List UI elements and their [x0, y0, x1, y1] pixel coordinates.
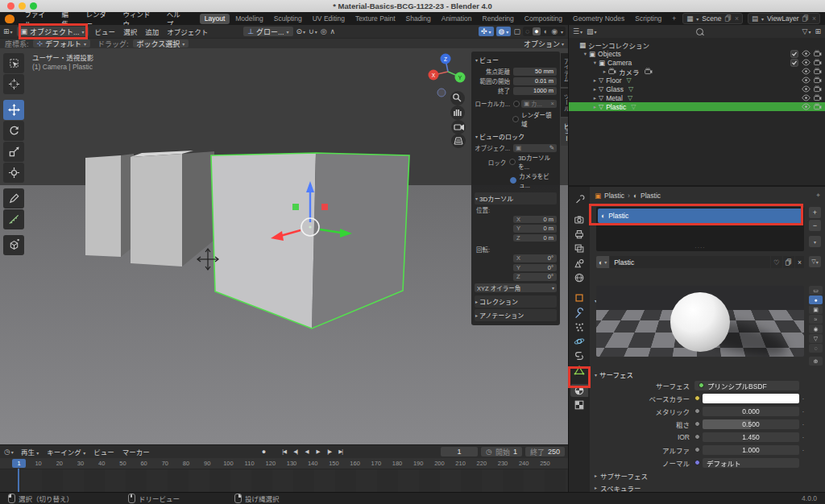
- select-box-tool[interactable]: [3, 53, 24, 73]
- eye-icon[interactable]: [802, 85, 810, 93]
- properties-tab-physics[interactable]: [570, 335, 588, 348]
- properties-tab-texture[interactable]: [570, 399, 588, 411]
- slider-IOR[interactable]: 1.450: [703, 432, 799, 442]
- auto-key-record-button[interactable]: ●: [262, 448, 266, 456]
- move-tool[interactable]: [3, 100, 24, 120]
- material-slot-row[interactable]: ◐ Plastic: [598, 209, 802, 223]
- transform-tool[interactable]: [3, 163, 24, 183]
- new-collection-button[interactable]: ⊞: [815, 27, 821, 35]
- eye-icon[interactable]: [802, 68, 810, 75]
- frame-start-field[interactable]: ◷開始1: [481, 447, 522, 456]
- view-lock-subheader[interactable]: ▾ビューのロック: [475, 130, 557, 143]
- local-camera-field[interactable]: ▣カ...×: [521, 100, 557, 108]
- slot-specials-dropdown[interactable]: ▾: [809, 236, 821, 247]
- preview-shape-flat[interactable]: ▭: [809, 286, 823, 295]
- current-frame-field[interactable]: 1: [441, 447, 478, 456]
- editor-divider[interactable]: [568, 25, 569, 492]
- value-socket[interactable]: [694, 408, 700, 414]
- camera-render-icon[interactable]: [814, 76, 822, 84]
- workspace-tab[interactable]: Shading: [401, 14, 436, 24]
- camera-render-icon[interactable]: [814, 68, 822, 75]
- workspace-tab[interactable]: UV Editing: [308, 14, 350, 24]
- cursor-section-header[interactable]: ▾3Dカーソル: [475, 192, 557, 204]
- jump-to-end-button[interactable]: ▶|: [335, 447, 346, 456]
- annotate-tool[interactable]: [3, 188, 24, 209]
- solid-shading-button[interactable]: ●: [533, 27, 540, 35]
- playhead[interactable]: 1: [12, 459, 26, 468]
- measure-tool[interactable]: [3, 209, 24, 229]
- keyframe-dot[interactable]: ·: [799, 407, 807, 415]
- cursor-location-Z[interactable]: Z0 m: [513, 234, 557, 242]
- preview-shape-sphere[interactable]: ●: [809, 295, 823, 304]
- xray-toggle[interactable]: ▢: [513, 27, 520, 35]
- properties-tab-modifiers[interactable]: [570, 306, 588, 319]
- slider-メタリック[interactable]: 0.000: [703, 407, 799, 416]
- view-layer-selector[interactable]: ▤▾ ViewLayer 🗍 ×: [748, 13, 820, 24]
- new-scene-icon[interactable]: 🗍: [724, 14, 732, 23]
- workspace-tab[interactable]: Layout: [200, 14, 230, 24]
- scale-tool[interactable]: [3, 142, 24, 162]
- editor-type-dropdown[interactable]: ⊞▾: [3, 27, 13, 35]
- field-value[interactable]: 1000 m: [513, 87, 557, 95]
- breadcrumb-object[interactable]: Plastic: [604, 192, 624, 200]
- properties-tab-view-layer[interactable]: [570, 242, 588, 255]
- eye-icon[interactable]: [802, 50, 810, 57]
- rotation-mode-dropdown[interactable]: XYZ オイラー角▾: [475, 283, 557, 292]
- disclosure-icon[interactable]: ▸: [591, 77, 599, 84]
- 3d-viewport[interactable]: Z X Y ユーザー・透視投影 (1) Camera | Plastic ▾ビュ…: [0, 48, 569, 444]
- base-color-swatch[interactable]: [703, 394, 799, 403]
- selectable-checkbox[interactable]: [790, 50, 798, 58]
- drag-mode-dropdown[interactable]: ボックス選択▾: [133, 39, 189, 48]
- value-socket[interactable]: [694, 447, 700, 452]
- properties-tab-object[interactable]: [570, 291, 588, 304]
- breadcrumb-data[interactable]: Plastic: [641, 192, 661, 200]
- outliner-row-Metal[interactable]: ▸ ▽ Metal▽: [569, 93, 825, 102]
- frame-end-field[interactable]: 終了250: [525, 447, 565, 456]
- close-icon[interactable]: ×: [812, 14, 816, 23]
- timeline-menu[interactable]: 再生 ▾: [17, 446, 43, 457]
- cursor-rotation-Z[interactable]: Z0°: [513, 273, 557, 281]
- workspace-tab[interactable]: Texture Paint: [350, 14, 400, 24]
- camera-render-icon[interactable]: [814, 50, 822, 57]
- eye-icon[interactable]: [802, 103, 810, 110]
- play-reverse-button[interactable]: ◀: [301, 447, 312, 456]
- timeline-menu[interactable]: ビュー: [89, 446, 118, 457]
- browse-material-dropdown[interactable]: ◐▾: [596, 256, 609, 268]
- disclosure-icon[interactable]: ▸: [591, 104, 599, 110]
- workspace-tab[interactable]: Animation: [437, 14, 477, 24]
- render-region-checkbox[interactable]: [512, 116, 519, 122]
- eye-icon[interactable]: [802, 76, 810, 84]
- viewport-menu-オブジェクト[interactable]: オブジェクト: [163, 26, 212, 37]
- next-keyframe-button[interactable]: |▶: [324, 447, 334, 456]
- timeline-menu[interactable]: キーイング ▾: [43, 446, 89, 457]
- timeline-editor-type-dropdown[interactable]: ◷▾: [4, 448, 14, 456]
- disclosure-icon[interactable]: ▸: [591, 95, 599, 101]
- show-gizmos-toggle[interactable]: ✣▾: [479, 27, 494, 36]
- value-socket[interactable]: [694, 434, 700, 440]
- blender-logo-icon[interactable]: [5, 14, 15, 23]
- workspace-tab[interactable]: Modeling: [230, 14, 268, 24]
- outliner-row-シーンコレクション[interactable]: ▦ シーンコレクション: [569, 40, 825, 49]
- outliner-row-Camera[interactable]: ▾ ▣ Camera: [569, 58, 825, 67]
- add-cube-tool[interactable]: [3, 235, 24, 255]
- slider-アルファ[interactable]: 1.000: [703, 445, 799, 455]
- scene-selector[interactable]: ▦▾ Scene 🗍 ×: [682, 13, 743, 24]
- pivot-point-dropdown[interactable]: ⊙▾: [296, 27, 306, 35]
- wireframe-shading-button[interactable]: ◌: [525, 27, 529, 35]
- keyframe-dot[interactable]: ·: [799, 433, 807, 441]
- remove-slot-button[interactable]: −: [809, 220, 821, 231]
- cursor-rotation-X[interactable]: X0°: [513, 254, 557, 262]
- timeline-track[interactable]: [0, 469, 569, 494]
- pin-icon[interactable]: ⌖: [816, 191, 820, 200]
- new-viewlayer-icon[interactable]: 🗍: [802, 14, 810, 23]
- jump-to-start-button[interactable]: |◀: [279, 447, 289, 456]
- normal-value-field[interactable]: デフォルト: [703, 458, 799, 468]
- disclosure-icon[interactable]: ▸: [601, 68, 608, 75]
- play-button[interactable]: ▶: [313, 447, 323, 456]
- camera-render-icon[interactable]: [814, 59, 822, 66]
- keyframe-dot[interactable]: ·: [799, 420, 807, 428]
- fake-user-icon[interactable]: ♡: [771, 256, 782, 268]
- workspace-tab[interactable]: Scripting: [630, 14, 666, 24]
- coord-system-dropdown[interactable]: ⊹デフォルト▾: [33, 39, 91, 48]
- viewport-menu-選択[interactable]: 選択: [119, 26, 141, 37]
